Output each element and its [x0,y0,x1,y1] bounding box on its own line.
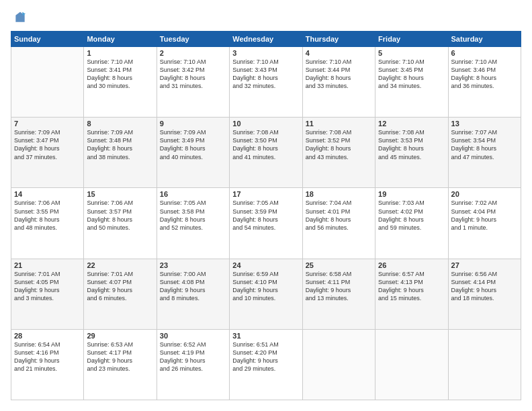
calendar-cell: 2Sunrise: 7:10 AM Sunset: 3:42 PM Daylig… [157,47,229,118]
day-number: 29 [87,332,153,340]
calendar-cell: 13Sunrise: 7:07 AM Sunset: 3:54 PM Dayli… [448,118,521,188]
calendar-cell: 7Sunrise: 7:09 AM Sunset: 3:47 PM Daylig… [11,118,84,188]
cell-content: Sunrise: 7:08 AM Sunset: 3:50 PM Dayligh… [232,128,299,161]
calendar-cell: 31Sunrise: 6:51 AM Sunset: 4:20 PM Dayli… [230,329,302,400]
calendar-cell: 1Sunrise: 7:10 AM Sunset: 3:41 PM Daylig… [84,47,157,118]
day-number: 25 [306,261,372,269]
day-number: 31 [232,332,299,340]
cell-content: Sunrise: 7:00 AM Sunset: 4:08 PM Dayligh… [160,270,226,303]
cell-content: Sunrise: 7:10 AM Sunset: 3:45 PM Dayligh… [378,58,445,91]
header [11,11,521,24]
cell-content: Sunrise: 6:56 AM Sunset: 4:14 PM Dayligh… [451,270,518,303]
day-number: 17 [232,190,299,198]
cell-content: Sunrise: 6:51 AM Sunset: 4:20 PM Dayligh… [232,340,299,373]
calendar-cell: 17Sunrise: 7:05 AM Sunset: 3:59 PM Dayli… [230,188,302,259]
day-number: 21 [14,261,81,269]
day-number: 16 [160,190,226,198]
page: SundayMondayTuesdayWednesdayThursdayFrid… [0,0,532,411]
cell-content: Sunrise: 6:59 AM Sunset: 4:10 PM Dayligh… [232,270,299,303]
cell-content: Sunrise: 7:09 AM Sunset: 3:48 PM Dayligh… [87,128,153,161]
calendar-cell: 29Sunrise: 6:53 AM Sunset: 4:17 PM Dayli… [84,329,157,400]
header-sunday: Sunday [11,32,84,47]
cell-content: Sunrise: 7:02 AM Sunset: 4:04 PM Dayligh… [451,199,518,232]
calendar-header-row: SundayMondayTuesdayWednesdayThursdayFrid… [11,32,521,47]
day-number: 15 [87,190,153,198]
logo [11,11,28,24]
cell-content: Sunrise: 7:01 AM Sunset: 4:05 PM Dayligh… [14,270,81,303]
day-number: 11 [306,120,372,128]
cell-content: Sunrise: 6:54 AM Sunset: 4:16 PM Dayligh… [14,340,81,373]
cell-content: Sunrise: 7:01 AM Sunset: 4:07 PM Dayligh… [87,270,153,303]
day-number: 20 [451,190,518,198]
cell-content: Sunrise: 7:09 AM Sunset: 3:49 PM Dayligh… [160,128,226,161]
calendar-cell: 3Sunrise: 7:10 AM Sunset: 3:43 PM Daylig… [230,47,302,118]
calendar-cell: 9Sunrise: 7:09 AM Sunset: 3:49 PM Daylig… [157,118,229,188]
cell-content: Sunrise: 7:05 AM Sunset: 3:59 PM Dayligh… [232,199,299,232]
cell-content: Sunrise: 7:08 AM Sunset: 3:52 PM Dayligh… [306,128,372,161]
header-wednesday: Wednesday [230,32,302,47]
cell-content: Sunrise: 7:03 AM Sunset: 4:02 PM Dayligh… [378,199,445,232]
calendar-cell: 14Sunrise: 7:06 AM Sunset: 3:55 PM Dayli… [11,188,84,259]
day-number: 6 [451,49,518,57]
calendar-cell: 25Sunrise: 6:58 AM Sunset: 4:11 PM Dayli… [302,259,375,329]
calendar-cell: 12Sunrise: 7:08 AM Sunset: 3:53 PM Dayli… [375,118,448,188]
cell-content: Sunrise: 6:52 AM Sunset: 4:19 PM Dayligh… [160,340,226,373]
cell-content: Sunrise: 6:53 AM Sunset: 4:17 PM Dayligh… [87,340,153,373]
day-number: 26 [378,261,445,269]
day-number: 10 [232,120,299,128]
header-tuesday: Tuesday [157,32,229,47]
calendar-cell [302,329,375,400]
week-row-4: 21Sunrise: 7:01 AM Sunset: 4:05 PM Dayli… [11,259,521,329]
day-number: 9 [160,120,226,128]
calendar-cell: 30Sunrise: 6:52 AM Sunset: 4:19 PM Dayli… [157,329,229,400]
calendar-cell: 19Sunrise: 7:03 AM Sunset: 4:02 PM Dayli… [375,188,448,259]
day-number: 14 [14,190,81,198]
calendar-cell: 22Sunrise: 7:01 AM Sunset: 4:07 PM Dayli… [84,259,157,329]
cell-content: Sunrise: 7:07 AM Sunset: 3:54 PM Dayligh… [451,128,518,161]
week-row-3: 14Sunrise: 7:06 AM Sunset: 3:55 PM Dayli… [11,188,521,259]
header-monday: Monday [84,32,157,47]
calendar-table: SundayMondayTuesdayWednesdayThursdayFrid… [11,31,521,400]
calendar-cell: 23Sunrise: 7:00 AM Sunset: 4:08 PM Dayli… [157,259,229,329]
calendar-cell [448,329,521,400]
calendar-cell: 18Sunrise: 7:04 AM Sunset: 4:01 PM Dayli… [302,188,375,259]
day-number: 4 [306,49,372,57]
cell-content: Sunrise: 7:09 AM Sunset: 3:47 PM Dayligh… [14,128,81,161]
day-number: 2 [160,49,226,57]
day-number: 13 [451,120,518,128]
cell-content: Sunrise: 7:10 AM Sunset: 3:41 PM Dayligh… [87,58,153,91]
calendar-cell: 24Sunrise: 6:59 AM Sunset: 4:10 PM Dayli… [230,259,302,329]
cell-content: Sunrise: 6:58 AM Sunset: 4:11 PM Dayligh… [306,270,372,303]
calendar-cell: 21Sunrise: 7:01 AM Sunset: 4:05 PM Dayli… [11,259,84,329]
day-number: 24 [232,261,299,269]
cell-content: Sunrise: 7:10 AM Sunset: 3:42 PM Dayligh… [160,58,226,91]
calendar-cell: 6Sunrise: 7:10 AM Sunset: 3:46 PM Daylig… [448,47,521,118]
cell-content: Sunrise: 7:10 AM Sunset: 3:44 PM Dayligh… [306,58,372,91]
header-saturday: Saturday [448,32,521,47]
calendar-cell: 28Sunrise: 6:54 AM Sunset: 4:16 PM Dayli… [11,329,84,400]
calendar-cell: 16Sunrise: 7:05 AM Sunset: 3:58 PM Dayli… [157,188,229,259]
day-number: 30 [160,332,226,340]
day-number: 23 [160,261,226,269]
cell-content: Sunrise: 7:06 AM Sunset: 3:57 PM Dayligh… [87,199,153,232]
day-number: 5 [378,49,445,57]
day-number: 18 [306,190,372,198]
cell-content: Sunrise: 7:10 AM Sunset: 3:46 PM Dayligh… [451,58,518,91]
day-number: 28 [14,332,81,340]
cell-content: Sunrise: 7:10 AM Sunset: 3:43 PM Dayligh… [232,58,299,91]
cell-content: Sunrise: 7:05 AM Sunset: 3:58 PM Dayligh… [160,199,226,232]
calendar-cell: 11Sunrise: 7:08 AM Sunset: 3:52 PM Dayli… [302,118,375,188]
day-number: 7 [14,120,81,128]
cell-content: Sunrise: 6:57 AM Sunset: 4:13 PM Dayligh… [378,270,445,303]
week-row-2: 7Sunrise: 7:09 AM Sunset: 3:47 PM Daylig… [11,118,521,188]
calendar-cell: 8Sunrise: 7:09 AM Sunset: 3:48 PM Daylig… [84,118,157,188]
calendar-cell: 20Sunrise: 7:02 AM Sunset: 4:04 PM Dayli… [448,188,521,259]
calendar-cell [11,47,84,118]
day-number: 19 [378,190,445,198]
cell-content: Sunrise: 7:08 AM Sunset: 3:53 PM Dayligh… [378,128,445,161]
day-number: 3 [232,49,299,57]
cell-content: Sunrise: 7:06 AM Sunset: 3:55 PM Dayligh… [14,199,81,232]
week-row-1: 1Sunrise: 7:10 AM Sunset: 3:41 PM Daylig… [11,47,521,118]
calendar-cell: 26Sunrise: 6:57 AM Sunset: 4:13 PM Dayli… [375,259,448,329]
calendar-cell: 5Sunrise: 7:10 AM Sunset: 3:45 PM Daylig… [375,47,448,118]
